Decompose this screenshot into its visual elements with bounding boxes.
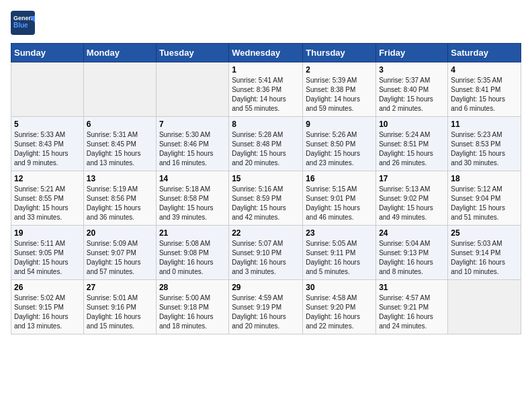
weekday-header-sunday: Sunday [11, 44, 84, 62]
calendar-cell: 19Sunrise: 5:11 AM Sunset: 9:05 PM Dayli… [11, 226, 84, 280]
weekday-header-friday: Friday [376, 44, 448, 62]
calendar-cell: 26Sunrise: 5:02 AM Sunset: 9:15 PM Dayli… [11, 280, 84, 334]
day-number: 14 [159, 174, 226, 183]
calendar-cell: 11Sunrise: 5:23 AM Sunset: 8:53 PM Dayli… [448, 117, 521, 171]
day-number: 11 [451, 120, 518, 129]
day-info: Sunrise: 5:28 AM Sunset: 8:48 PM Dayligh… [232, 130, 300, 168]
day-number: 24 [379, 228, 445, 238]
day-info: Sunrise: 5:24 AM Sunset: 8:51 PM Dayligh… [379, 130, 445, 168]
day-info: Sunrise: 5:04 AM Sunset: 9:13 PM Dayligh… [379, 239, 445, 277]
day-info: Sunrise: 5:35 AM Sunset: 8:41 PM Dayligh… [451, 76, 518, 113]
day-info: Sunrise: 4:59 AM Sunset: 9:19 PM Dayligh… [232, 293, 300, 331]
day-number: 19 [14, 228, 81, 238]
calendar-cell: 27Sunrise: 5:01 AM Sunset: 9:16 PM Dayli… [83, 280, 156, 334]
weekday-header-tuesday: Tuesday [156, 44, 228, 62]
day-info: Sunrise: 5:37 AM Sunset: 8:40 PM Dayligh… [379, 76, 445, 113]
day-number: 20 [87, 228, 153, 238]
day-info: Sunrise: 4:58 AM Sunset: 9:20 PM Dayligh… [306, 293, 373, 331]
day-number: 5 [14, 120, 81, 129]
day-number: 30 [306, 283, 373, 292]
calendar-cell: 16Sunrise: 5:15 AM Sunset: 9:01 PM Dayli… [303, 171, 376, 226]
day-number: 18 [451, 174, 518, 183]
week-row-5: 26Sunrise: 5:02 AM Sunset: 9:15 PM Dayli… [11, 280, 521, 334]
day-number: 13 [87, 174, 153, 183]
day-number: 9 [306, 120, 373, 129]
calendar-cell: 25Sunrise: 5:03 AM Sunset: 9:14 PM Dayli… [448, 226, 521, 280]
day-info: Sunrise: 5:31 AM Sunset: 8:45 PM Dayligh… [87, 130, 153, 168]
day-info: Sunrise: 5:08 AM Sunset: 9:08 PM Dayligh… [159, 239, 226, 277]
day-number: 23 [306, 228, 373, 238]
calendar-cell: 10Sunrise: 5:24 AM Sunset: 8:51 PM Dayli… [376, 117, 448, 171]
day-number: 1 [232, 65, 300, 75]
day-info: Sunrise: 5:05 AM Sunset: 9:11 PM Dayligh… [306, 239, 373, 277]
calendar-cell: 13Sunrise: 5:19 AM Sunset: 8:56 PM Dayli… [83, 171, 156, 226]
logo-icon: General Blue [11, 11, 35, 35]
calendar-cell: 9Sunrise: 5:26 AM Sunset: 8:50 PM Daylig… [303, 117, 376, 171]
day-number: 16 [306, 174, 373, 183]
day-info: Sunrise: 5:13 AM Sunset: 9:02 PM Dayligh… [379, 185, 445, 222]
calendar-cell [11, 62, 84, 117]
day-info: Sunrise: 5:01 AM Sunset: 9:16 PM Dayligh… [87, 293, 153, 331]
day-number: 21 [159, 228, 226, 238]
day-info: Sunrise: 5:19 AM Sunset: 8:56 PM Dayligh… [87, 185, 153, 222]
calendar-cell: 28Sunrise: 5:00 AM Sunset: 9:18 PM Dayli… [156, 280, 228, 334]
day-number: 26 [14, 283, 81, 292]
day-info: Sunrise: 5:03 AM Sunset: 9:14 PM Dayligh… [451, 239, 518, 277]
day-number: 31 [379, 283, 445, 292]
weekday-header-monday: Monday [83, 44, 156, 62]
day-number: 6 [87, 120, 153, 129]
calendar-table: SundayMondayTuesdayWednesdayThursdayFrid… [11, 43, 521, 334]
calendar-cell [448, 280, 521, 334]
weekday-header-saturday: Saturday [448, 44, 521, 62]
calendar-cell: 23Sunrise: 5:05 AM Sunset: 9:11 PM Dayli… [303, 226, 376, 280]
day-info: Sunrise: 5:21 AM Sunset: 8:55 PM Dayligh… [14, 185, 81, 222]
day-info: Sunrise: 5:18 AM Sunset: 8:58 PM Dayligh… [159, 185, 226, 222]
calendar-cell: 14Sunrise: 5:18 AM Sunset: 8:58 PM Dayli… [156, 171, 228, 226]
calendar-cell: 18Sunrise: 5:12 AM Sunset: 9:04 PM Dayli… [448, 171, 521, 226]
week-row-4: 19Sunrise: 5:11 AM Sunset: 9:05 PM Dayli… [11, 226, 521, 280]
day-info: Sunrise: 5:23 AM Sunset: 8:53 PM Dayligh… [451, 130, 518, 168]
logo: General Blue [11, 11, 38, 35]
calendar-cell: 29Sunrise: 4:59 AM Sunset: 9:19 PM Dayli… [229, 280, 303, 334]
calendar-cell: 15Sunrise: 5:16 AM Sunset: 8:59 PM Dayli… [229, 171, 303, 226]
day-info: Sunrise: 5:26 AM Sunset: 8:50 PM Dayligh… [306, 130, 373, 168]
calendar-cell: 30Sunrise: 4:58 AM Sunset: 9:20 PM Dayli… [303, 280, 376, 334]
day-info: Sunrise: 5:00 AM Sunset: 9:18 PM Dayligh… [159, 293, 226, 331]
calendar-cell: 21Sunrise: 5:08 AM Sunset: 9:08 PM Dayli… [156, 226, 228, 280]
day-info: Sunrise: 5:07 AM Sunset: 9:10 PM Dayligh… [232, 239, 300, 277]
day-info: Sunrise: 5:15 AM Sunset: 9:01 PM Dayligh… [306, 185, 373, 222]
day-info: Sunrise: 4:57 AM Sunset: 9:21 PM Dayligh… [379, 293, 445, 331]
day-number: 17 [379, 174, 445, 183]
week-row-1: 1Sunrise: 5:41 AM Sunset: 8:36 PM Daylig… [11, 62, 521, 117]
day-info: Sunrise: 5:11 AM Sunset: 9:05 PM Dayligh… [14, 239, 81, 277]
day-info: Sunrise: 5:16 AM Sunset: 8:59 PM Dayligh… [232, 185, 300, 222]
day-number: 25 [451, 228, 518, 238]
day-number: 15 [232, 174, 300, 183]
weekday-header-wednesday: Wednesday [229, 44, 303, 62]
calendar-cell: 31Sunrise: 4:57 AM Sunset: 9:21 PM Dayli… [376, 280, 448, 334]
calendar-cell: 22Sunrise: 5:07 AM Sunset: 9:10 PM Dayli… [229, 226, 303, 280]
calendar-cell: 4Sunrise: 5:35 AM Sunset: 8:41 PM Daylig… [448, 62, 521, 117]
calendar-cell: 2Sunrise: 5:39 AM Sunset: 8:38 PM Daylig… [303, 62, 376, 117]
calendar-cell [83, 62, 156, 117]
day-info: Sunrise: 5:12 AM Sunset: 9:04 PM Dayligh… [451, 185, 518, 222]
calendar-cell: 24Sunrise: 5:04 AM Sunset: 9:13 PM Dayli… [376, 226, 448, 280]
day-number: 27 [87, 283, 153, 292]
day-number: 7 [159, 120, 226, 129]
calendar-cell: 20Sunrise: 5:09 AM Sunset: 9:07 PM Dayli… [83, 226, 156, 280]
day-number: 28 [159, 283, 226, 292]
calendar-cell: 7Sunrise: 5:30 AM Sunset: 8:46 PM Daylig… [156, 117, 228, 171]
week-row-3: 12Sunrise: 5:21 AM Sunset: 8:55 PM Dayli… [11, 171, 521, 226]
page-header: General Blue [11, 11, 521, 35]
day-info: Sunrise: 5:30 AM Sunset: 8:46 PM Dayligh… [159, 130, 226, 168]
day-info: Sunrise: 5:09 AM Sunset: 9:07 PM Dayligh… [87, 239, 153, 277]
calendar-cell: 17Sunrise: 5:13 AM Sunset: 9:02 PM Dayli… [376, 171, 448, 226]
calendar-cell: 3Sunrise: 5:37 AM Sunset: 8:40 PM Daylig… [376, 62, 448, 117]
day-number: 2 [306, 65, 373, 75]
day-number: 12 [14, 174, 81, 183]
day-number: 4 [451, 65, 518, 75]
day-info: Sunrise: 5:39 AM Sunset: 8:38 PM Dayligh… [306, 76, 373, 113]
day-info: Sunrise: 5:33 AM Sunset: 8:43 PM Dayligh… [14, 130, 81, 168]
day-info: Sunrise: 5:41 AM Sunset: 8:36 PM Dayligh… [232, 76, 300, 113]
calendar-cell: 1Sunrise: 5:41 AM Sunset: 8:36 PM Daylig… [229, 62, 303, 117]
